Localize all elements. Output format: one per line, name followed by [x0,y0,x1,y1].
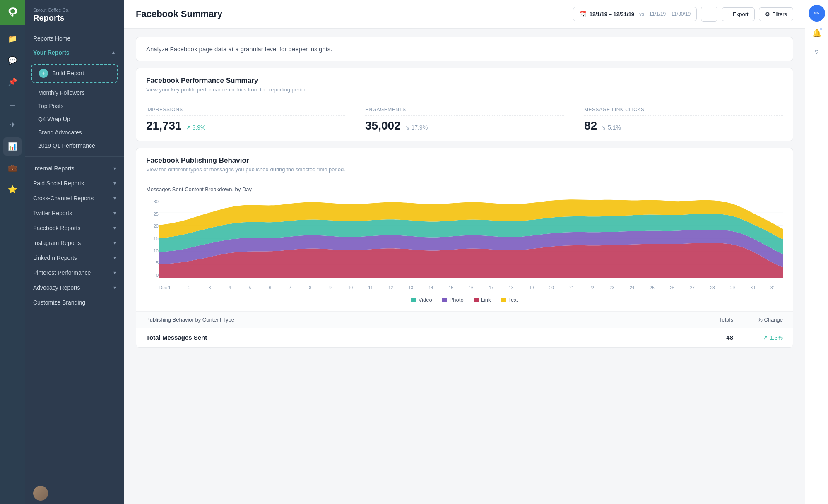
legend-text-dot [501,298,506,302]
link-clicks-value-row: 82 ↘ 5.1% [584,119,783,132]
x-label-11: 11 [361,286,381,290]
date-comparison: 11/1/19 – 11/30/19 [649,11,691,17]
chevron-up-icon: ▲ [111,50,116,55]
x-label-23: 23 [602,286,622,290]
sidebar-item-brand-advocates[interactable]: Brand Advocates [25,126,124,139]
legend-link-label: Link [481,297,491,303]
y-label-30: 30 [146,199,159,204]
x-label-13: 13 [401,286,421,290]
link-clicks-change: ↘ 5.1% [601,124,621,131]
x-label-20: 20 [542,286,562,290]
engagements-value-row: 35,002 ↘ 17.9% [365,119,564,132]
chart-section: Messages Sent Content Breakdown, by Day … [136,178,793,311]
performance-summary-header: Facebook Performance Summary View your k… [136,68,793,98]
performance-summary-subtitle: View your key profile performance metric… [146,86,783,93]
more-options-button[interactable]: ··· [701,7,717,22]
sidebar-section-pinterest[interactable]: Pinterest Performance ▾ [25,265,124,280]
legend-link-dot [474,298,479,302]
sidebar-item-2019-q1[interactable]: 2019 Q1 Performance [25,139,124,152]
y-label-20: 20 [146,223,159,228]
sidebar-build-report[interactable]: + Build Report [31,64,118,83]
x-label-17: 17 [481,286,501,290]
notifications-button[interactable]: 🔔 [809,25,825,41]
brand-name: Sprout Coffee Co. [33,7,116,12]
rail-list-icon[interactable]: ☰ [3,94,22,113]
engagements-label: Engagements [365,107,564,116]
sidebar-section-cross-channel[interactable]: Cross-Channel Reports ▾ [25,191,124,206]
sidebar-item-top-posts[interactable]: Top Posts [25,99,124,113]
x-label-18: 18 [501,286,522,290]
impressions-value: 21,731 [146,119,182,132]
pub-table-row-0: Total Messages Sent 48 ↗ 1.3% [136,328,793,347]
x-label-15: 15 [441,286,461,290]
legend-photo-dot [442,298,447,302]
x-label-27: 27 [682,286,703,290]
right-rail: ✏ 🔔 ? [805,0,828,504]
chart-svg [159,199,783,278]
sidebar-item-q4-wrap-up[interactable]: Q4 Wrap Up [25,113,124,126]
date-range-button[interactable]: 📅 12/1/19 – 12/31/19 vs 11/1/19 – 11/30/… [573,7,697,21]
x-label-12: 12 [380,286,401,290]
sidebar-section-paid-social[interactable]: Paid Social Reports ▾ [25,176,124,191]
legend-text-label: Text [508,297,518,303]
x-label-24: 24 [622,286,642,290]
chevron-down-icon: ▾ [113,285,116,290]
compose-icon: ✏ [814,10,819,17]
chevron-down-icon: ▾ [113,166,116,171]
x-label-25: 25 [642,286,662,290]
pub-table-col-change: % Change [733,317,783,323]
sidebar-section-advocacy[interactable]: Advocacy Reports ▾ [25,280,124,295]
export-button[interactable]: ↑ Export [722,7,755,21]
chart-title: Messages Sent Content Breakdown, by Day [146,186,783,192]
x-label-6: 6 [260,286,280,290]
rail-briefcase-icon[interactable]: 💼 [3,159,22,177]
chart-x-labels: 1 2 3 4 5 6 7 8 9 10 11 12 13 14 [159,278,783,290]
help-button[interactable]: ? [809,45,825,61]
main-content: Analyze Facebook page data at a granular… [124,29,805,504]
x-label-21: 21 [562,286,582,290]
rail-folder-icon[interactable]: 📁 [3,30,22,48]
legend-link: Link [474,297,491,303]
sidebar-section-linkedin[interactable]: LinkedIn Reports ▾ [25,250,124,265]
publishing-behavior-title: Facebook Publishing Behavior [146,156,783,165]
sidebar-group-your-reports[interactable]: Your Reports ▲ [25,46,124,60]
sidebar-item-reports-home[interactable]: Reports Home [25,31,124,46]
avatar-image [33,486,48,501]
impressions-label: Impressions [146,107,345,116]
link-clicks-label: Message Link Clicks [584,107,783,116]
link-clicks-value: 82 [584,119,597,132]
x-month-dec: Dec [159,286,167,290]
x-label-3: 3 [200,286,220,290]
x-label-19: 19 [521,286,542,290]
sidebar-divider [25,156,124,157]
rail-star-icon[interactable]: ⭐ [3,180,22,199]
user-avatar[interactable] [33,486,48,501]
sprout-icon [7,7,18,18]
sidebar-item-monthly-followers[interactable]: Monthly Followers [25,86,124,99]
pub-table-row-0-value: 48 [684,334,733,341]
main-header: Facebook Summary 📅 12/1/19 – 12/31/19 vs… [124,0,805,29]
icon-rail: 📁 💬 📌 ☰ ✈ 📊 💼 ⭐ [0,0,25,504]
rail-inbox-icon[interactable]: 💬 [3,51,22,70]
rail-pin-icon[interactable]: 📌 [3,73,22,91]
chart-svg-area [159,199,783,278]
pub-table: Publishing Behavior by Content Type Tota… [136,311,793,347]
export-icon: ↑ [728,11,731,17]
metric-engagements: Engagements 35,002 ↘ 17.9% [355,98,574,141]
chart-legend: Video Photo Link Text [146,297,783,303]
rail-send-icon[interactable]: ✈ [3,116,22,134]
sidebar-section-instagram[interactable]: Instagram Reports ▾ [25,235,124,250]
filters-button[interactable]: ⚙ Filters [759,7,793,21]
legend-video: Video [411,297,432,303]
metric-impressions: Impressions 21,731 ↗ 3.9% [136,98,355,141]
sidebar-section-twitter[interactable]: Twitter Reports ▾ [25,206,124,221]
compose-button[interactable]: ✏ [809,5,825,22]
info-card-text: Analyze Facebook page data at a granular… [146,46,332,53]
sidebar-section-branding[interactable]: Customize Branding [25,295,124,310]
x-label-4: 4 [220,286,240,290]
sidebar-section-facebook[interactable]: Facebook Reports ▾ [25,221,124,235]
rail-chart-icon[interactable]: 📊 [3,137,22,156]
x-label-10: 10 [340,286,361,290]
sidebar-section-internal[interactable]: Internal Reports ▾ [25,161,124,176]
x-label-16: 16 [461,286,481,290]
